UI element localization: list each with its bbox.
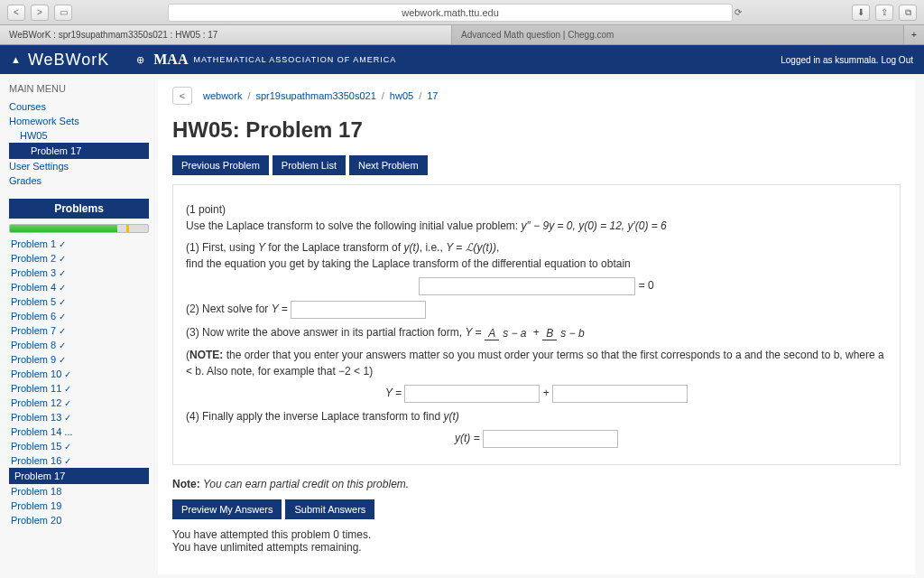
answer-input-4[interactable]: [483, 430, 618, 448]
problem-link-12[interactable]: Problem 12: [9, 396, 149, 410]
page-title: HW05: Problem 17: [172, 117, 901, 143]
tab-webwork[interactable]: WeBWorK : spr19supathmam3350s021 : HW05 …: [0, 25, 452, 44]
nav-homework-sets[interactable]: Homework Sets: [9, 114, 149, 128]
problem-link-18[interactable]: Problem 18: [9, 484, 149, 499]
main-content: < webwork/ spr19supathmam3350s021/ hw05/…: [158, 79, 915, 574]
bc-course[interactable]: spr19supathmam3350s021: [255, 90, 375, 101]
problem-link-9[interactable]: Problem 9: [9, 352, 149, 367]
nav-hw05[interactable]: HW05: [9, 128, 149, 143]
problem-body: (1 point) Use the Laplace transform to s…: [172, 184, 901, 465]
problem-link-10[interactable]: Problem 10: [9, 367, 149, 381]
problem-link-20[interactable]: Problem 20: [9, 513, 149, 527]
problem-link-13[interactable]: Problem 13: [9, 410, 149, 424]
next-problem-button[interactable]: Next Problem: [349, 155, 428, 175]
problem-link-14[interactable]: Problem 14: [9, 424, 149, 439]
main-menu-label: MAIN MENU: [9, 83, 149, 94]
sidebar: MAIN MENU Courses Homework Sets HW05 Pro…: [9, 79, 158, 574]
answer-input-3b[interactable]: [552, 385, 688, 403]
progress-bar: [9, 224, 149, 233]
problem-link-11[interactable]: Problem 11: [9, 381, 149, 396]
webwork-logo: WeBWorK: [28, 51, 109, 70]
problem-link-5[interactable]: Problem 5: [9, 294, 149, 309]
nav-user-settings[interactable]: User Settings: [9, 159, 149, 173]
bc-webwork[interactable]: webwork: [203, 90, 242, 101]
nav-courses[interactable]: Courses: [9, 99, 149, 114]
login-status[interactable]: Logged in as ksummala. Log Out: [781, 55, 913, 65]
tab-bar: WeBWorK : spr19supathmam3350s021 : HW05 …: [0, 25, 924, 45]
site-header: ▲ WeBWorK ⊕ MAA MATHEMATICAL ASSOCIATION…: [0, 45, 924, 74]
problem-link-2[interactable]: Problem 2: [9, 251, 149, 266]
nav-problem-17[interactable]: Problem 17: [9, 143, 149, 159]
problems-header: Problems: [9, 199, 149, 219]
previous-problem-button[interactable]: Previous Problem: [172, 155, 269, 175]
share-icon[interactable]: ⇪: [875, 5, 893, 21]
new-tab-button[interactable]: +: [904, 25, 924, 44]
breadcrumb-back-button[interactable]: <: [172, 87, 192, 105]
problem-link-17[interactable]: Problem 17: [9, 468, 149, 484]
problem-link-16[interactable]: Problem 16: [9, 453, 149, 468]
problem-link-1[interactable]: Problem 1: [9, 237, 149, 251]
attempts-line-1: You have attempted this problem 0 times.: [172, 528, 901, 541]
breadcrumb: < webwork/ spr19supathmam3350s021/ hw05/…: [172, 87, 901, 105]
preview-answers-button[interactable]: Preview My Answers: [172, 499, 282, 519]
problem-link-8[interactable]: Problem 8: [9, 338, 149, 352]
bc-problem[interactable]: 17: [427, 90, 438, 101]
problem-link-6[interactable]: Problem 6: [9, 309, 149, 323]
answer-input-3a[interactable]: [404, 385, 540, 403]
download-icon[interactable]: ⬇: [852, 5, 870, 21]
tab-chegg[interactable]: Advanced Math question | Chegg.com: [452, 25, 904, 44]
nav-grades[interactable]: Grades: [9, 173, 149, 188]
problem-link-4[interactable]: Problem 4: [9, 280, 149, 294]
problem-link-7[interactable]: Problem 7: [9, 323, 149, 338]
answer-input-2[interactable]: [291, 301, 426, 319]
problem-link-15[interactable]: Problem 15: [9, 439, 149, 453]
answer-input-1[interactable]: [419, 277, 635, 295]
tabs-icon[interactable]: ⧉: [899, 5, 917, 21]
maa-logo: MAA: [153, 51, 188, 68]
problem-link-19[interactable]: Problem 19: [9, 499, 149, 513]
reload-button[interactable]: ⟳: [729, 5, 747, 21]
bc-set[interactable]: hw05: [390, 90, 413, 101]
problem-list-button[interactable]: Problem List: [273, 155, 346, 175]
sidebar-button[interactable]: ▭: [54, 5, 72, 21]
browser-toolbar: < > ▭ webwork.math.ttu.edu ⟳ ⬇ ⇪ ⧉: [0, 0, 924, 25]
forward-button[interactable]: >: [31, 5, 49, 21]
attempts-line-2: You have unlimited attempts remaining.: [172, 541, 901, 554]
url-field[interactable]: webwork.math.ttu.edu: [168, 4, 733, 22]
problem-link-3[interactable]: Problem 3: [9, 266, 149, 280]
back-button[interactable]: <: [7, 5, 25, 21]
submit-answers-button[interactable]: Submit Answers: [285, 499, 374, 519]
